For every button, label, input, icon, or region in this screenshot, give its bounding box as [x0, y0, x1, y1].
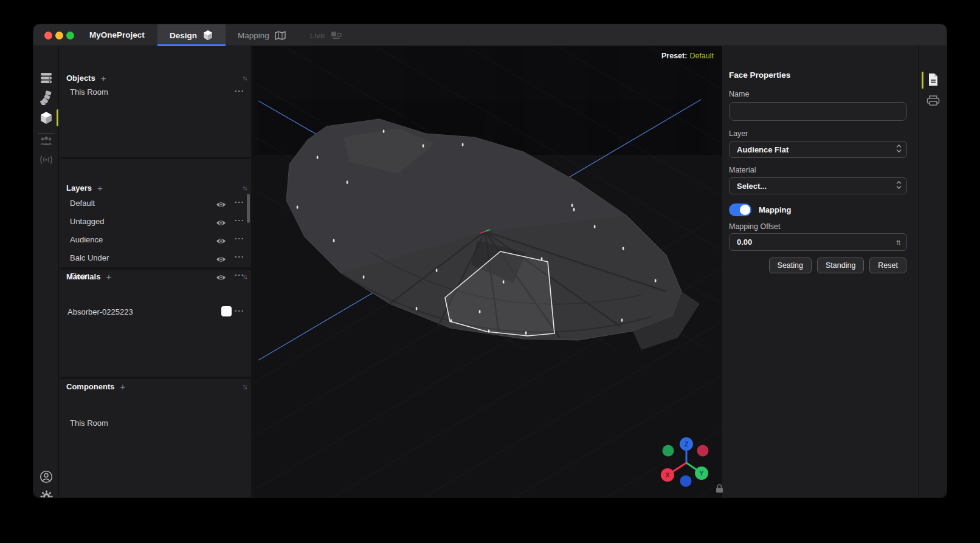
material-swatch[interactable] — [221, 306, 232, 316]
layer-visibility-eye-icon[interactable] — [216, 218, 226, 225]
add-component-button[interactable]: + — [120, 381, 125, 392]
material-select[interactable]: Select... — [729, 177, 907, 194]
panel-title: Face Properties — [729, 70, 790, 80]
name-label: Name — [729, 90, 749, 98]
add-material-button[interactable]: + — [106, 272, 111, 282]
right-tool-rail — [919, 46, 947, 497]
printer-icon[interactable] — [919, 92, 947, 108]
seating-button[interactable]: Seating — [769, 258, 812, 273]
window-title: MyOneProject — [89, 24, 145, 46]
add-layer-button[interactable]: + — [97, 183, 103, 193]
document-properties-icon[interactable] — [919, 72, 947, 87]
map-icon — [275, 31, 286, 40]
account-icon[interactable] — [33, 468, 59, 486]
layer-select[interactable]: Audience Flat — [729, 141, 907, 158]
material-row[interactable]: Absorber-0225223 — [67, 307, 133, 316]
people-icon[interactable] — [33, 132, 59, 150]
svg-text:Y: Y — [699, 470, 704, 477]
broadcast-icon[interactable] — [33, 151, 59, 169]
3d-viewport-canvas[interactable]: ZXY — [252, 46, 722, 497]
layer-label: Layer — [729, 129, 748, 138]
layer-row-menu-icon[interactable]: ··· — [235, 234, 244, 243]
mapping-offset-input[interactable] — [730, 237, 897, 247]
layer-row-menu-icon[interactable]: ··· — [235, 197, 244, 207]
minimize-window-button[interactable] — [55, 32, 63, 39]
mapping-toggle-row: Mapping — [729, 203, 791, 216]
components-header: Components + — [66, 380, 125, 392]
main-tabs: Design Mapping Live — [157, 24, 354, 46]
objects-header: Objects + — [66, 72, 106, 84]
material-row-menu-icon[interactable]: ··· — [235, 306, 244, 315]
add-object-button[interactable]: + — [101, 73, 106, 83]
settings-gear-icon[interactable] — [33, 487, 59, 497]
section-divider — [60, 377, 251, 379]
speaker-array-icon[interactable] — [33, 89, 59, 107]
layer-visibility-eye-icon[interactable] — [216, 273, 226, 280]
zoom-window-button[interactable] — [66, 32, 74, 39]
section-divider — [60, 157, 251, 159]
3d-viewport[interactable]: ZXY Preset:Default — [252, 46, 722, 497]
preset-indicator[interactable]: Preset:Default — [661, 52, 714, 60]
active-tool-accent-bar — [57, 109, 58, 126]
stack-icon[interactable] — [33, 69, 59, 87]
toggle-knob — [740, 205, 750, 215]
face-properties-panel: Face Properties Name Layer Audience Flat… — [723, 46, 919, 497]
layers-scrollbar[interactable] — [247, 194, 250, 223]
name-input[interactable] — [729, 102, 907, 121]
desktop-background: MyOneProject Design Mapping Live — [0, 0, 980, 543]
mapping-offset-field: ft — [729, 233, 907, 251]
layers-header: Layers + — [66, 182, 103, 194]
mapping-toggle[interactable] — [729, 203, 751, 216]
material-label: Material — [729, 166, 756, 174]
titlebar: MyOneProject Design Mapping Live — [33, 24, 947, 46]
sort-components-icon[interactable]: ↑↓ — [238, 381, 250, 392]
layer-row-menu-icon[interactable]: ··· — [235, 252, 244, 261]
stepper-chevrons-icon — [896, 144, 902, 155]
layer-visibility-eye-icon[interactable] — [216, 236, 226, 244]
stage-icon — [331, 31, 342, 39]
svg-text:Z: Z — [685, 440, 689, 448]
face-action-buttons: Seating Standing Reset — [769, 258, 906, 273]
section-divider — [60, 267, 251, 270]
scene-outliner-panel: Objects + ↑↓ This Room ··· Layers + ↑↓ D… — [60, 46, 252, 497]
svg-text:X: X — [665, 471, 670, 479]
tab-mapping[interactable]: Mapping — [226, 24, 298, 46]
mapping-offset-label: Mapping Offset — [729, 222, 781, 231]
sort-layers-icon[interactable]: ↑↓ — [238, 182, 250, 193]
tab-live[interactable]: Live — [298, 24, 354, 46]
object-row[interactable]: This Room — [70, 87, 108, 97]
object-row-menu-icon[interactable]: ··· — [235, 86, 244, 95]
left-tool-rail — [33, 46, 59, 497]
cube-tool-icon[interactable] — [33, 109, 59, 127]
stepper-chevrons-icon — [896, 180, 902, 191]
reset-button[interactable]: Reset — [869, 258, 906, 273]
sort-objects-icon[interactable]: ↑↓ — [238, 72, 250, 83]
orientation-gizmo[interactable]: ZXY — [661, 437, 709, 487]
mapping-label: Mapping — [759, 205, 791, 214]
app-window: MyOneProject Design Mapping Live — [33, 24, 947, 497]
cube-icon — [202, 30, 213, 41]
layer-visibility-eye-icon[interactable] — [216, 254, 226, 262]
close-window-button[interactable] — [44, 32, 52, 39]
tab-design[interactable]: Design — [157, 24, 226, 46]
layer-visibility-eye-icon[interactable] — [216, 200, 226, 207]
materials-header: Materials + — [66, 270, 111, 282]
sort-materials-icon[interactable]: ↑↓ — [238, 271, 250, 282]
layer-row-menu-icon[interactable]: ··· — [235, 216, 244, 225]
unit-suffix: ft — [897, 239, 906, 246]
standing-button[interactable]: Standing — [817, 258, 864, 273]
component-row[interactable]: This Room — [70, 418, 108, 428]
